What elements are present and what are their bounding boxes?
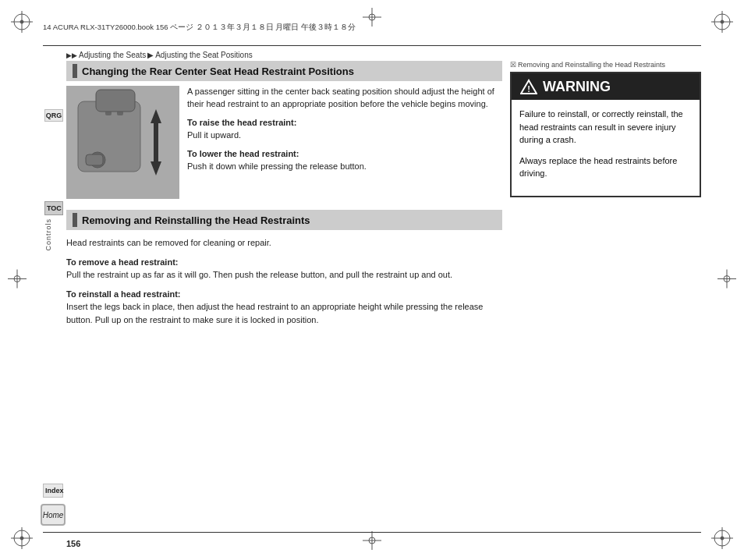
section1-body-text: A passenger sitting in the center back s… [187,86,502,111]
edge-mark-left [6,268,28,292]
book-info: 14 ACURA RLX-31TY26000.book 156 ページ ２０１３… [43,23,356,33]
warning-header: ! WARNING [512,73,700,100]
sidebar-toc-container: TOC Controls [44,201,65,251]
sidebar-qrg-btn[interactable]: QRG [44,109,65,122]
breadcrumb-item1[interactable]: Adjusting the Seats [79,51,146,59]
right-panel-ref: ☒ Removing and Reinstalling the Head Res… [510,61,701,69]
section1-heading: Changing the Rear Center Seat Head Restr… [66,61,502,81]
ref-icon: ☒ [510,61,516,69]
header-bar: 14 ACURA RLX-31TY26000.book 156 ページ ２０１３… [43,20,701,34]
lower-label: To lower the head restraint: [187,149,299,158]
header-line [43,45,701,46]
remove-text: Pull the restraint up as far as it will … [66,270,452,279]
warning-triangle-icon: ! [519,78,538,95]
corner-mark-tl [8,8,36,36]
svg-rect-36 [86,154,103,165]
svg-point-7 [721,20,724,23]
controls-label: Controls [44,218,52,251]
raise-label: To raise the head restraint: [187,118,296,127]
home-label: Home [43,511,64,519]
index-label: Index [45,487,64,494]
warning-text2: Always replace the head restraints befor… [519,154,692,180]
corner-mark-bl [8,524,36,552]
heading-bar-icon [73,64,77,78]
svg-point-3 [20,20,23,23]
ref-text: Removing and Reinstalling the Head Restr… [518,61,665,69]
qrg-label[interactable]: QRG [44,109,63,122]
section2-heading-text: Removing and Reinstalling the Head Restr… [82,214,310,226]
raise-text: Pull it upward. [187,130,241,140]
lower-text: Push it down while pressing the release … [187,161,367,171]
edge-mark-right [716,268,738,292]
sidebar-home-btn[interactable]: Home [41,504,66,526]
sidebar-index-btn[interactable]: Index [43,484,63,498]
remove-label: To remove a head restraint: [66,257,178,267]
corner-mark-br [708,524,736,552]
corner-mark-tr [708,8,736,36]
edge-mark-bottom [361,530,383,554]
warning-box: ! WARNING Failure to reinstall, or corre… [510,72,701,197]
section1-body: A passenger sitting in the center back s… [66,86,502,199]
svg-text:!: ! [527,84,530,94]
svg-point-15 [721,537,724,540]
right-panel: ☒ Removing and Reinstalling the Head Res… [510,61,701,529]
section1-text: A passenger sitting in the center back s… [187,86,502,199]
warning-text1: Failure to reinstall, or correctly reins… [519,108,692,147]
head-restraint-illustration [66,86,179,199]
breadcrumb-arrow1: ▶▶ [66,51,77,59]
breadcrumb-sep: ▶ [147,51,154,59]
page-number: 156 [66,539,80,548]
heading-bar2-icon [73,213,77,227]
toc-label[interactable]: TOC [44,201,63,215]
breadcrumb: ▶▶ Adjusting the Seats ▶ Adjusting the S… [66,51,253,59]
main-content: Changing the Rear Center Seat Head Restr… [66,61,502,529]
section2-text: Head restraints can be removed for clean… [66,236,502,326]
section1-heading-text: Changing the Rear Center Seat Head Restr… [82,66,354,77]
bottom-line [43,532,701,533]
svg-point-11 [20,537,23,540]
reinstall-text: Insert the legs back in place, then adju… [66,302,483,324]
section2-intro: Head restraints can be removed for clean… [66,236,502,250]
section2-heading: Removing and Reinstalling the Head Restr… [66,210,502,230]
warning-body: Failure to reinstall, or correctly reins… [512,100,700,196]
warning-label: WARNING [543,79,611,95]
svg-rect-32 [96,90,135,112]
section2: Removing and Reinstalling the Head Restr… [66,210,502,326]
breadcrumb-item2[interactable]: Adjusting the Seat Positions [155,51,253,59]
reinstall-label: To reinstall a head restraint: [66,289,181,299]
